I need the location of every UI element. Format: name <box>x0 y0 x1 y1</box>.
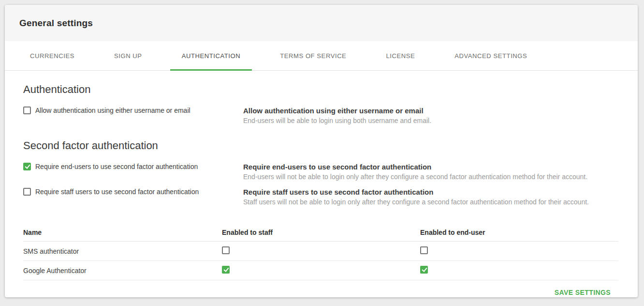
column-header-name: Name <box>23 223 222 242</box>
google-end-user-checkbox[interactable] <box>420 266 428 274</box>
checkbox-label[interactable]: Require staff users to use second factor… <box>35 188 199 196</box>
option-row-username-or-email: Allow authentication using either userna… <box>23 106 618 128</box>
page-title: General settings <box>19 18 93 29</box>
authenticators-table: Name Enabled to staff Enabled to end-use… <box>23 223 618 280</box>
tab-terms-of-service[interactable]: TERMS OF SERVICE <box>268 41 358 70</box>
checkbox-row-username-or-email[interactable]: Allow authentication using either userna… <box>23 106 243 128</box>
column-header-enabled-to-staff: Enabled to staff <box>222 223 420 242</box>
require-staff-users-checkbox[interactable] <box>23 188 31 196</box>
help-text: End-users will not be able to login only… <box>243 172 618 182</box>
table-row: SMS authenticator <box>23 242 618 261</box>
save-row: SAVE SETTINGS <box>23 288 618 297</box>
help-title: Require end-users to use second factor a… <box>243 162 618 172</box>
save-settings-button[interactable]: SAVE SETTINGS <box>555 289 611 296</box>
tab-license[interactable]: LICENSE <box>374 41 426 70</box>
option-row-require-end-users: Require end-users to use second factor a… <box>23 162 618 184</box>
column-header-enabled-to-end-user: Enabled to end-user <box>420 223 618 242</box>
tab-authentication[interactable]: AUTHENTICATION <box>170 41 252 70</box>
table-header-row: Name Enabled to staff Enabled to end-use… <box>23 223 618 242</box>
tab-currencies[interactable]: CURRENCIES <box>18 41 86 70</box>
section-heading-second-factor: Second factor authentication <box>23 139 618 152</box>
checkbox-label[interactable]: Require end-users to use second factor a… <box>35 163 198 171</box>
option-help: Require end-users to use second factor a… <box>243 162 618 184</box>
option-help: Allow authentication using either userna… <box>243 106 618 128</box>
authenticator-name: Google Authenticator <box>23 261 222 280</box>
section-heading-authentication: Authentication <box>23 83 618 96</box>
option-row-require-staff-users: Require staff users to use second factor… <box>23 187 618 209</box>
tab-sign-up[interactable]: SIGN UP <box>102 41 154 70</box>
sms-staff-checkbox[interactable] <box>222 246 230 254</box>
help-title: Allow authentication using either userna… <box>243 106 618 116</box>
google-staff-checkbox[interactable] <box>222 266 230 274</box>
settings-card: General settings CURRENCIES SIGN UP AUTH… <box>5 5 638 297</box>
tab-advanced-settings[interactable]: ADVANCED SETTINGS <box>443 41 539 70</box>
checkbox-row-require-end-users[interactable]: Require end-users to use second factor a… <box>23 162 243 184</box>
option-help: Require staff users to use second factor… <box>243 187 618 209</box>
authenticator-name: SMS authenticator <box>23 242 222 261</box>
checkbox-row-require-staff-users[interactable]: Require staff users to use second factor… <box>23 187 243 209</box>
help-text: Staff users will not be able to login on… <box>243 197 618 207</box>
sms-end-user-checkbox[interactable] <box>420 246 428 254</box>
username-or-email-checkbox[interactable] <box>23 107 31 114</box>
require-end-users-checkbox[interactable] <box>23 163 31 170</box>
table-row: Google Authenticator <box>23 261 618 280</box>
checkbox-label[interactable]: Allow authentication using either userna… <box>35 107 190 115</box>
tab-panel-authentication: Authentication Allow authentication usin… <box>5 83 638 297</box>
tab-bar: CURRENCIES SIGN UP AUTHENTICATION TERMS … <box>5 41 638 71</box>
card-header: General settings <box>5 5 638 41</box>
help-text: End-users will be able to login using bo… <box>243 116 618 126</box>
help-title: Require staff users to use second factor… <box>243 187 618 197</box>
